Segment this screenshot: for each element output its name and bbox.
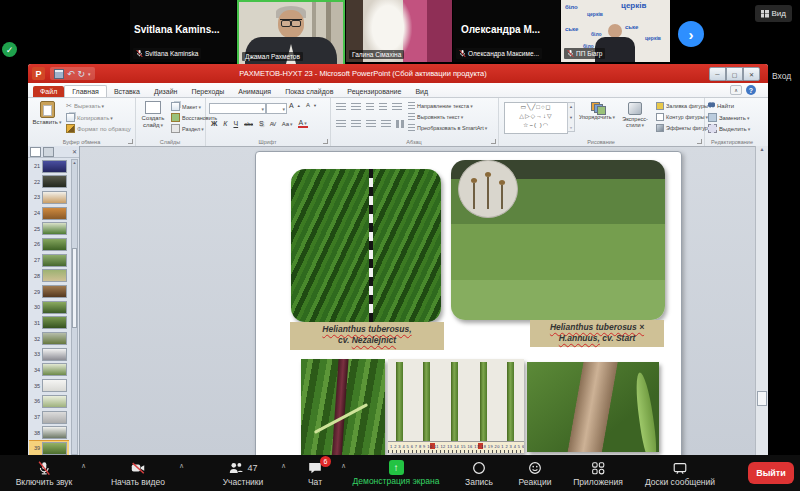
slide-thumbnail-21[interactable]: 21 [29, 159, 69, 173]
columns-icon[interactable] [396, 120, 405, 128]
close-button[interactable]: ✕ [743, 67, 760, 81]
italic-button[interactable]: К [222, 120, 228, 127]
participants-chevron[interactable]: ∧ [281, 462, 286, 470]
increase-indent-icon[interactable] [379, 103, 387, 111]
grow-font-button[interactable]: A▲ [288, 102, 301, 109]
shapes-gallery[interactable]: ▭╲╱□○◻ △▷◇→↓▽ ☆~( )◠ [504, 102, 568, 134]
slide-thumbnail-24[interactable]: 24 [29, 206, 69, 220]
scrollbar-thumb[interactable] [757, 391, 767, 406]
new-slide-button[interactable]: Создать слайд [138, 101, 168, 129]
slide-thumbnail-37[interactable]: 37 [29, 410, 69, 424]
slide-thumbnail-25[interactable]: 25 [29, 222, 69, 236]
maximize-button[interactable]: ▢ [726, 67, 743, 81]
justify-icon[interactable] [381, 120, 391, 128]
video-tile-svitlana[interactable]: Svitlana Kamins... Svitlana Kaminska [130, 0, 236, 62]
slide-thumbnail-39[interactable]: 39 [29, 441, 69, 455]
paste-button[interactable]: Вставить [33, 101, 61, 126]
numbering-icon[interactable] [351, 103, 361, 111]
tab-Рецензирование[interactable]: Рецензирование [340, 86, 408, 97]
video-tile-dzhamal[interactable]: Джамал Рахметов [237, 0, 345, 66]
align-left-icon[interactable] [336, 120, 346, 128]
tab-Переходы[interactable]: Переходы [184, 86, 231, 97]
replace-button[interactable]: Заменить [708, 113, 749, 122]
slide-thumbnail-27[interactable]: 27 [29, 253, 69, 267]
character-spacing-button[interactable]: AV [269, 121, 277, 127]
apps-button[interactable]: Приложения [562, 455, 634, 491]
record-button[interactable]: Запись [452, 455, 506, 491]
select-button[interactable]: Выделить [708, 124, 750, 133]
tab-Вид[interactable]: Вид [408, 86, 435, 97]
cut-button[interactable]: Вырезать [66, 102, 104, 110]
text-shadow-button[interactable]: S [258, 120, 265, 127]
change-case-button[interactable]: Аа [281, 121, 294, 127]
collapse-ribbon-button[interactable]: ∧ [730, 85, 742, 95]
tab-Анимация[interactable]: Анимация [231, 86, 278, 97]
slide-thumbnail-31[interactable]: 31 [29, 316, 69, 330]
align-right-icon[interactable] [366, 120, 376, 128]
slide-thumbnail-34[interactable]: 34 [29, 363, 69, 377]
tab-Вставка[interactable]: Вставка [107, 86, 147, 97]
font-name-combobox[interactable] [209, 103, 266, 114]
video-tile-oleksandra[interactable]: Олександра М... Олександра Максиме... [453, 0, 560, 62]
view-button[interactable]: Вид [755, 5, 792, 22]
whiteboards-button[interactable]: Доски сообщений [634, 455, 726, 491]
tab-Файл[interactable]: Файл [33, 86, 64, 97]
format-painter-button[interactable]: Формат по образцу [66, 124, 131, 133]
section-button[interactable]: Раздел [171, 124, 204, 133]
slide-thumbnail-30[interactable]: 30 [29, 300, 69, 314]
slide-canvas[interactable]: Helianthus tuberosus, cv. Nezalejnict He… [255, 151, 682, 455]
slide-thumbnail-36[interactable]: 36 [29, 394, 69, 408]
panel-scrollbar[interactable]: ▲ [71, 159, 78, 455]
font-color-button[interactable]: А [298, 119, 308, 128]
arrange-button[interactable]: Упорядочить [580, 102, 614, 121]
bullets-icon[interactable] [336, 103, 346, 111]
dialog-launcher-icon[interactable] [128, 139, 133, 144]
slide-thumbnail-38[interactable]: 38 [29, 426, 69, 440]
slide-thumbnail-33[interactable]: 33 [29, 347, 69, 361]
tab-Главная[interactable]: Главная [64, 85, 107, 97]
bold-button[interactable]: Ж [210, 120, 218, 127]
align-text-button[interactable]: Выровнять текст [408, 113, 463, 121]
close-panel-icon[interactable]: ✕ [72, 148, 77, 155]
vertical-scrollbar[interactable]: ▲ [755, 146, 768, 455]
unmute-button[interactable]: Включить звук ∧ [0, 455, 88, 491]
slide-thumbnail-22[interactable]: 22 [29, 175, 69, 189]
audio-options-chevron[interactable]: ∧ [81, 462, 86, 470]
strikethrough-button[interactable]: abc [243, 121, 254, 127]
slides-tab-icon[interactable] [30, 147, 41, 157]
minimize-button[interactable]: ─ [709, 67, 726, 81]
font-size-combobox[interactable] [266, 103, 287, 114]
help-button[interactable]: ? [746, 85, 756, 95]
slide-thumbnail-29[interactable]: 29 [29, 285, 69, 299]
title-bar[interactable]: P ↶ ↻ ▾ РАХМЕТОВ-НУХТ 23 - Microsoft Pow… [28, 64, 768, 83]
panel-scrollbar-thumb[interactable] [72, 248, 77, 328]
line-spacing-icon[interactable] [392, 103, 402, 111]
share-screen-button[interactable]: ↑ Демонстрация экрана [344, 455, 448, 491]
next-participants-button[interactable]: › [678, 21, 704, 47]
video-tile-galina[interactable]: Галина Сімахіна [346, 0, 452, 62]
copy-button[interactable]: Копировать [66, 113, 113, 122]
shape-outline-button[interactable]: Контур фигуры [656, 113, 708, 121]
layout-button[interactable]: Макет [171, 102, 201, 111]
tab-Показ слайдов[interactable]: Показ слайдов [278, 86, 340, 97]
smartart-button[interactable]: Преобразовать в SmartArt [408, 124, 487, 132]
sign-in-label[interactable]: Вход [772, 71, 791, 81]
video-options-chevron[interactable]: ∧ [179, 462, 184, 470]
slide-thumbnail-26[interactable]: 26 [29, 237, 69, 251]
dialog-launcher-icon[interactable] [697, 139, 702, 144]
video-tile-biagr[interactable]: білоцерківськебілоцерківськебілоцерків П… [561, 0, 670, 62]
text-direction-button[interactable]: Направление текста [408, 102, 473, 110]
dialog-launcher-icon[interactable] [323, 139, 328, 144]
shapes-gallery-scroll[interactable]: ▲▼▿ [567, 102, 575, 132]
shrink-font-button[interactable]: A▼ [305, 102, 317, 108]
start-video-button[interactable]: Начать видео ∧ [92, 455, 184, 491]
align-center-icon[interactable] [351, 120, 361, 128]
participants-button[interactable]: 47 Участники ∧ [202, 455, 284, 491]
outline-tab-icon[interactable] [43, 147, 54, 157]
underline-button[interactable]: Ч [232, 120, 239, 127]
reactions-button[interactable]: Реакции [508, 455, 562, 491]
find-button[interactable]: Найти [708, 102, 734, 109]
quick-styles-button[interactable]: Экспресс-стили [616, 102, 654, 129]
leave-button[interactable]: Выйти [748, 462, 794, 484]
decrease-indent-icon[interactable] [366, 103, 374, 111]
